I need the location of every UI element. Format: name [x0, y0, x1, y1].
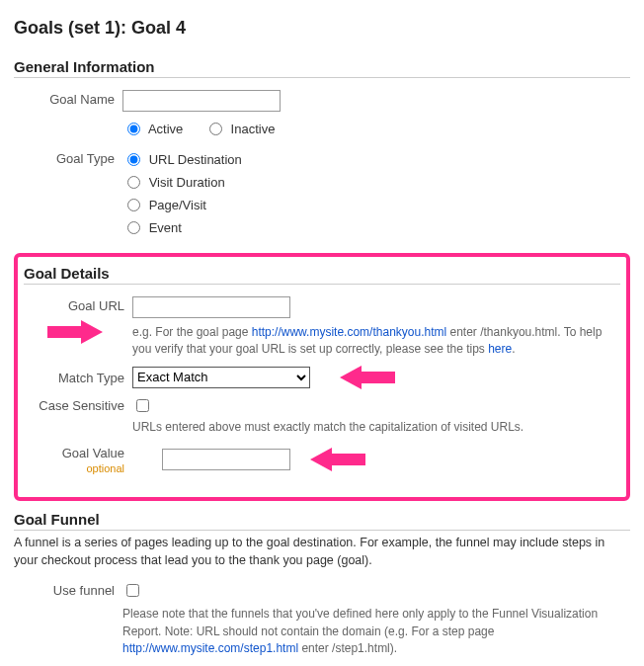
goal-name-input[interactable] [122, 90, 281, 112]
funnel-intro: A funnel is a series of pages leading up… [14, 535, 630, 569]
goal-type-duration-option[interactable]: Visit Duration [122, 175, 225, 190]
arrow-icon [45, 318, 105, 346]
goal-url-input[interactable] [132, 296, 290, 318]
goal-type-pagevisit-radio[interactable] [127, 199, 140, 211]
page-title: Goals (set 1): Goal 4 [14, 18, 630, 39]
goal-type-url-radio[interactable] [127, 153, 140, 166]
goal-url-label: Goal URL [24, 296, 132, 313]
status-inactive-option[interactable]: Inactive [204, 122, 275, 136]
status-active-option[interactable]: Active [122, 122, 187, 136]
general-heading: General Information [14, 58, 630, 78]
goal-type-event-radio[interactable] [127, 221, 140, 234]
use-funnel-checkbox[interactable] [126, 584, 139, 597]
funnel-heading: Goal Funnel [14, 511, 630, 531]
goal-type-pagevisit-option[interactable]: Page/Visit [122, 198, 206, 212]
goal-type-label: Goal Type [14, 150, 122, 166]
arrow-icon [308, 446, 367, 473]
details-heading: Goal Details [24, 265, 620, 285]
goal-type-url-option[interactable]: URL Destination [122, 152, 242, 167]
funnel-help: Please note that the funnels that you've… [122, 606, 630, 657]
status-active-radio[interactable] [127, 123, 140, 135]
arrow-icon [338, 364, 397, 391]
match-type-select[interactable]: Exact Match [132, 367, 310, 388]
case-sensitive-checkbox[interactable] [136, 399, 149, 412]
goal-name-label: Goal Name [14, 90, 122, 107]
goal-url-example-link[interactable]: http://www.mysite.com/thankyou.html [252, 325, 446, 339]
case-sensitive-help: URLs entered above must exactly match th… [132, 419, 620, 436]
use-funnel-label: Use funnel [14, 581, 122, 598]
case-sensitive-label: Case Sensitive [24, 396, 132, 413]
goal-url-help: e.g. For the goal page http://www.mysite… [132, 324, 620, 359]
optional-badge: optional [86, 462, 124, 474]
match-type-label: Match Type [24, 369, 132, 385]
goal-funnel-section: Goal Funnel A funnel is a series of page… [14, 511, 630, 657]
goal-type-event-option[interactable]: Event [122, 220, 182, 235]
goal-url-tips-link[interactable]: here [488, 342, 512, 356]
funnel-example-link[interactable]: http://www.mysite.com/step1.html [122, 641, 298, 655]
goal-value-label: Goal Value [62, 446, 124, 460]
goal-type-duration-radio[interactable] [127, 176, 140, 189]
status-inactive-radio[interactable] [209, 123, 222, 135]
goal-details-highlight: Goal Details Goal URL e.g. For the goal … [14, 253, 630, 501]
general-information-section: General Information Goal Name Active Ina… [14, 58, 630, 241]
goal-value-input[interactable] [162, 449, 290, 470]
